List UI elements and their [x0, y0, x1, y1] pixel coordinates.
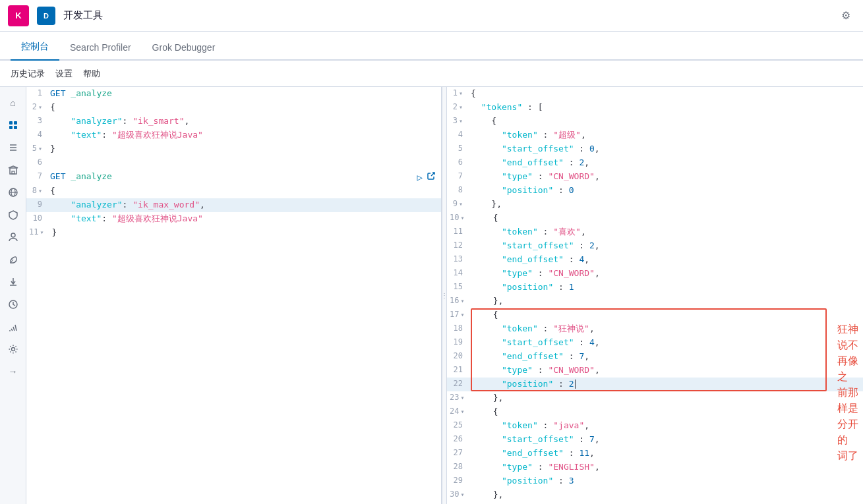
table-row: 11 "token" : "喜欢", [447, 225, 863, 239]
table-row: 20 "end_offset" : 7, [447, 350, 863, 364]
sidebar-icon-signal[interactable] [3, 316, 24, 337]
tab-grok-debugger[interactable]: Grok Debugger [142, 36, 226, 61]
table-row: 12 "start_offset" : 2, [447, 239, 863, 253]
tab-search-profiler[interactable]: Search Profiler [59, 36, 142, 61]
table-row: 6 [26, 156, 441, 170]
right-code-editor[interactable]: 1▾ { 2▾ "tokens" : [ 3▾ { 4 "token" : [447, 87, 863, 504]
table-row: 6 "end_offset" : 2, [447, 156, 863, 170]
table-row: 29 "position" : 3 [447, 474, 863, 488]
table-row: 8▾ { [26, 184, 441, 198]
editor-divider[interactable]: ⋮ [442, 87, 447, 504]
sidebar: ⌂ [0, 87, 26, 504]
toolbar-help[interactable]: 帮助 [83, 65, 100, 82]
settings-icon[interactable]: ⚙ [837, 7, 855, 25]
table-row: 9▾ }, [447, 198, 863, 211]
svg-line-19 [15, 325, 16, 331]
table-row: 1▾ { [447, 87, 863, 101]
run-icon[interactable]: ▷ [417, 170, 423, 184]
line-actions: ▷ [417, 170, 441, 184]
table-row: 8 "position" : 0 [447, 184, 863, 198]
right-editor[interactable]: 1▾ { 2▾ "tokens" : [ 3▾ { 4 "token" : [447, 87, 863, 504]
sidebar-icon-settings[interactable] [3, 339, 24, 360]
table-row: 2▾ { [26, 101, 441, 115]
table-row: 14 "type" : "CN_WORD", [447, 267, 863, 281]
svg-rect-0 [9, 121, 13, 125]
svg-rect-3 [14, 126, 17, 129]
table-row: 24▾ { [447, 405, 863, 419]
svg-point-12 [11, 233, 15, 237]
sidebar-icon-list[interactable] [3, 137, 24, 158]
app-title: 开发工具 [63, 9, 829, 22]
table-row: 9 "analyzer": "ik_max_word", [26, 198, 441, 212]
table-row: 30▾ }, [447, 488, 863, 502]
sidebar-icon-building[interactable] [3, 159, 24, 181]
table-row: 4 "token" : "超级", [447, 128, 863, 142]
sidebar-icon-home[interactable]: ⌂ [3, 92, 24, 113]
table-row: 2▾ "tokens" : [ [447, 101, 863, 115]
table-row: 3 "analyzer": "ik_smart", [26, 115, 441, 128]
tab-console[interactable]: 控制台 [11, 34, 59, 61]
table-row: 10▾ { [447, 211, 863, 225]
sidebar-icon-download[interactable] [3, 271, 24, 293]
svg-rect-2 [9, 126, 13, 129]
table-row: 17▾ { [447, 308, 863, 322]
table-row: 27 "end_offset" : 11, [447, 447, 863, 461]
sidebar-icon-layers[interactable] [3, 115, 24, 136]
table-row: 5▾ } [26, 142, 441, 156]
topbar: K D 开发工具 ⚙ [0, 0, 863, 32]
table-row: 11▾ } [26, 226, 441, 240]
table-row: 28 "type" : "ENGLISH", [447, 461, 863, 474]
user-avatar[interactable]: D [37, 7, 55, 25]
link-icon[interactable] [427, 170, 436, 184]
table-row: 16▾ }, [447, 294, 863, 308]
table-row: 3▾ { [447, 115, 863, 128]
svg-line-18 [13, 327, 15, 331]
left-code-editor[interactable]: 1 GET _analyze 2▾ { 3 "analyzer": "ik_sm… [26, 87, 441, 504]
svg-rect-1 [14, 121, 17, 125]
table-row: 7 "type" : "CN_WORD", [447, 170, 863, 184]
toolbar-settings[interactable]: 设置 [55, 65, 73, 82]
table-row: 4 "text": "超级喜欢狂神说Java" [26, 128, 441, 142]
tab-bar: 控制台 Search Profiler Grok Debugger [0, 32, 863, 61]
editor-area: 1 GET _analyze 2▾ { 3 "analyzer": "ik_sm… [26, 87, 863, 504]
kibana-logo: K [8, 5, 29, 26]
sidebar-icon-arrow[interactable]: → [3, 361, 24, 382]
sidebar-icon-user[interactable] [3, 227, 24, 248]
table-row: 18 "token" : "狂神说", [447, 322, 863, 336]
table-row: 21 "type" : "CN_WORD", [447, 364, 863, 378]
table-row: 25 "token" : "java", [447, 419, 863, 433]
sidebar-icon-leaf[interactable] [3, 249, 24, 270]
main-content: ⌂ [0, 87, 863, 504]
sidebar-icon-globe[interactable] [3, 182, 24, 203]
annotation-text: 狂神说不再像之前那样是分开的词了 [837, 322, 863, 464]
table-row: 10 "text": "超级喜欢狂神说Java" [26, 212, 441, 226]
toolbar: 历史记录 设置 帮助 [0, 61, 863, 87]
table-row: 26 "start_offset" : 7, [447, 433, 863, 447]
table-row: 1 GET _analyze [26, 87, 441, 101]
left-editor[interactable]: 1 GET _analyze 2▾ { 3 "analyzer": "ik_sm… [26, 87, 442, 504]
table-row: 15 "position" : 1 [447, 281, 863, 294]
table-row: 22 "position" : 2 [447, 378, 863, 391]
table-row: 19 "start_offset" : 4, [447, 336, 863, 350]
table-row: 7 GET _analyze ▷ [26, 170, 441, 184]
table-row: 13 "end_offset" : 4, [447, 253, 863, 267]
toolbar-history[interactable]: 历史记录 [11, 65, 45, 82]
sidebar-icon-shield[interactable] [3, 204, 24, 225]
sidebar-icon-history[interactable] [3, 294, 24, 315]
svg-line-17 [11, 329, 13, 331]
table-row: 23▾ }, [447, 391, 863, 405]
table-row: 5 "start_offset" : 0, [447, 142, 863, 156]
svg-point-20 [11, 348, 15, 351]
